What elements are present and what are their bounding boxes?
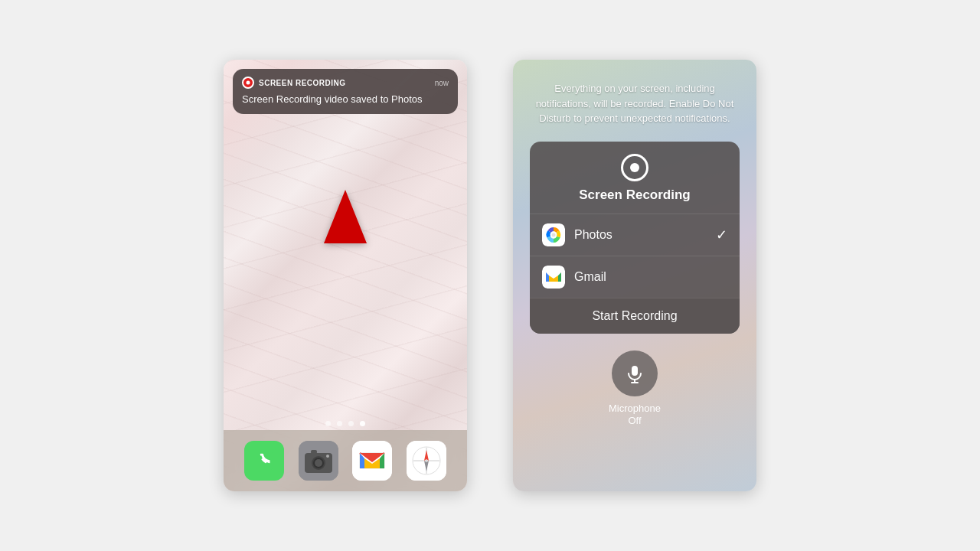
dock-safari-icon[interactable] xyxy=(407,441,446,481)
record-icon xyxy=(621,154,648,181)
right-panel: Everything on your screen, including not… xyxy=(513,60,756,491)
microphone-button[interactable] xyxy=(612,350,658,396)
microphone-label-line2: Off xyxy=(628,415,641,426)
photos-checkmark: ✓ xyxy=(716,227,727,243)
record-card: Screen Recording xyxy=(530,142,740,334)
record-title: Screen Recording xyxy=(579,187,691,203)
marble-background: SCREEN RECORDING now Screen Recording vi… xyxy=(224,60,467,491)
gmail-label: Gmail xyxy=(574,270,727,284)
photos-label: Photos xyxy=(574,228,716,242)
notification-title: SCREEN RECORDING xyxy=(259,79,430,87)
gmail-option[interactable]: Gmail xyxy=(530,256,740,298)
start-recording-label: Start Recording xyxy=(592,309,677,323)
notification-time: now xyxy=(435,79,449,87)
screen-recording-icon xyxy=(242,77,254,89)
dot-4-active[interactable] xyxy=(360,421,365,426)
notification-header: SCREEN RECORDING now xyxy=(242,77,449,89)
dock-gmail-icon[interactable] xyxy=(352,441,392,481)
left-phone: SCREEN RECORDING now Screen Recording vi… xyxy=(224,60,467,491)
dot-2[interactable] xyxy=(337,421,342,426)
right-background: Everything on your screen, including not… xyxy=(513,60,756,491)
microphone-label-line1: Microphone xyxy=(609,403,661,414)
svg-point-18 xyxy=(552,233,556,236)
svg-rect-20 xyxy=(632,366,638,376)
start-recording-button[interactable]: Start Recording xyxy=(530,298,740,334)
dot-1[interactable] xyxy=(325,421,331,426)
gmail-app-icon xyxy=(542,266,565,289)
dot-3[interactable] xyxy=(348,421,354,426)
svg-point-4 xyxy=(315,459,322,467)
microphone-section: Microphone Off xyxy=(609,350,661,429)
notification-banner[interactable]: SCREEN RECORDING now Screen Recording vi… xyxy=(233,69,458,114)
cursor-arrow xyxy=(324,190,367,243)
dock-phone-icon[interactable] xyxy=(244,441,284,481)
dock xyxy=(224,430,467,491)
svg-point-6 xyxy=(326,455,329,458)
notification-body: Screen Recording video saved to Photos xyxy=(242,93,449,106)
dock-camera-icon[interactable] xyxy=(299,441,338,481)
photos-option[interactable]: Photos ✓ xyxy=(530,214,740,256)
info-text: Everything on your screen, including not… xyxy=(513,60,756,142)
photos-app-icon xyxy=(542,223,565,246)
record-top-section: Screen Recording xyxy=(530,142,740,214)
microphone-label: Microphone Off xyxy=(609,403,661,429)
page-dots xyxy=(224,421,467,426)
svg-rect-5 xyxy=(311,450,317,454)
